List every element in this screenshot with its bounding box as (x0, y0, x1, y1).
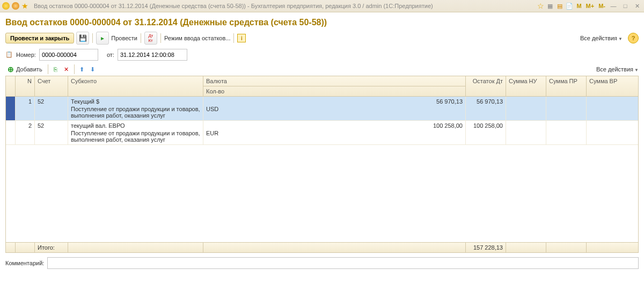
date-input[interactable] (118, 49, 187, 61)
post-icon-button[interactable]: ▸ (96, 32, 109, 45)
cell-n: 1 (16, 97, 35, 120)
help-button[interactable]: ? (628, 33, 639, 43)
cell-nu[interactable] (506, 97, 546, 120)
separator (92, 33, 93, 43)
col-subkonto[interactable]: Субконто (68, 76, 203, 96)
cell-pr[interactable] (546, 97, 587, 120)
col-qty[interactable]: Кол-во (203, 86, 466, 96)
cell-currency[interactable]: 100 258,00EUR (203, 121, 466, 144)
comment-input[interactable] (47, 257, 639, 269)
save-icon: 💾 (79, 34, 87, 42)
separator (141, 33, 141, 43)
col-sum-pr[interactable]: Сумма ПР (546, 76, 587, 96)
separator (233, 33, 234, 43)
col-sum-nu[interactable]: Сумма НУ (506, 76, 546, 96)
separator (160, 33, 161, 43)
plus-icon: ⊕ (8, 65, 14, 74)
col-account[interactable]: Счет (35, 76, 68, 96)
table-header: N Счет Субконто Валюта Кол-во Остаток Дт… (6, 76, 638, 97)
table-row[interactable]: 252текущий вал. ЕВРОПоступление от прода… (6, 121, 638, 145)
copy-button[interactable]: ⎘ (52, 65, 60, 74)
m-button[interactable]: M (575, 3, 582, 9)
comment-label: Комментарий: (5, 260, 44, 266)
post-icon: ▸ (101, 34, 104, 42)
page-title: Ввод остатков 0000-000004 от 31.12.2014 … (5, 18, 639, 27)
data-table: N Счет Субконто Валюта Кол-во Остаток Дт… (5, 76, 639, 253)
col-balance-dt[interactable]: Остаток Дт (466, 76, 506, 96)
all-actions-button[interactable]: Все действия▼ (580, 35, 623, 41)
row-handle[interactable] (6, 97, 16, 120)
col-sum-vr[interactable]: Сумма ВР (587, 76, 627, 96)
cell-pr[interactable] (546, 121, 587, 144)
number-label: Номер: (16, 52, 36, 58)
col-currency[interactable]: Валюта (203, 76, 466, 86)
cell-subkonto[interactable]: Текущий $Поступление от продажи продукци… (68, 97, 203, 120)
cell-subkonto[interactable]: текущий вал. ЕВРОПоступление от продажи … (68, 121, 203, 144)
move-down-button[interactable]: ⬇ (89, 65, 97, 74)
calendar-icon[interactable]: 📋 (5, 51, 13, 59)
row-handle[interactable] (6, 121, 16, 144)
star-icon[interactable]: ☆ (537, 2, 544, 10)
main-toolbar: Провести и закрыть 💾 ▸ Провести ДтКт Реж… (5, 32, 639, 45)
cell-currency[interactable]: 56 970,13USD (203, 97, 466, 120)
mminus-button[interactable]: M- (597, 3, 606, 9)
nav-back-icon[interactable] (12, 2, 19, 10)
window-title: Ввод остатков 0000-000004 от 31.12.2014 … (34, 3, 535, 9)
tool-icon-2[interactable]: ▤ (556, 2, 564, 10)
close-button[interactable]: ✕ (632, 2, 642, 10)
col-n[interactable]: N (16, 76, 35, 96)
cell-nu[interactable] (506, 121, 546, 144)
cell-n: 2 (16, 121, 35, 144)
number-input[interactable] (39, 49, 98, 61)
comment-row: Комментарий: (5, 257, 639, 269)
sub-all-actions-button[interactable]: Все действия▼ (596, 66, 639, 72)
favorite-icon[interactable]: ★ (21, 2, 28, 10)
cell-balance-dt[interactable]: 56 970,13 (466, 97, 506, 120)
footer-total-label: Итого: (35, 243, 68, 252)
cell-vr[interactable] (587, 97, 627, 120)
separator (48, 64, 48, 74)
mode-button[interactable]: Режим ввода остатков... (164, 35, 231, 41)
cell-account[interactable]: 52 (35, 97, 68, 120)
table-row[interactable]: 152Текущий $Поступление от продажи проду… (6, 97, 638, 121)
cell-vr[interactable] (587, 121, 627, 144)
sub-toolbar: ⊕Добавить ⎘ ✕ ⬆ ⬇ Все действия▼ (5, 64, 639, 75)
info-icon[interactable]: i (237, 34, 246, 42)
save-button[interactable]: 💾 (76, 32, 89, 45)
table-footer: Итого: 157 228,13 (6, 242, 638, 252)
tool-icon-3[interactable]: 📄 (566, 2, 573, 10)
footer-total-value: 157 228,13 (466, 243, 506, 252)
titlebar: ★ Ввод остатков 0000-000004 от 31.12.201… (0, 0, 644, 12)
from-label: от: (107, 52, 114, 58)
separator (74, 64, 75, 74)
mplus-button[interactable]: M+ (585, 3, 596, 9)
cell-balance-dt[interactable]: 100 258,00 (466, 121, 506, 144)
dtkt-button[interactable]: ДтКт (144, 32, 157, 45)
col-handle (6, 76, 16, 96)
move-up-button[interactable]: ⬆ (78, 65, 86, 74)
app-icon-1c (2, 2, 10, 10)
table-body: 152Текущий $Поступление от продажи проду… (6, 97, 638, 242)
maximize-button[interactable]: □ (620, 2, 630, 10)
post-and-close-button[interactable]: Провести и закрыть (5, 33, 74, 43)
delete-button[interactable]: ✕ (62, 65, 71, 74)
add-button[interactable]: ⊕Добавить (5, 64, 45, 75)
tool-icon-1[interactable]: ▦ (546, 2, 554, 10)
form-row: 📋 Номер: от: (5, 49, 639, 61)
minimize-button[interactable]: — (609, 2, 618, 10)
dtkt-icon: ДтКт (148, 33, 153, 43)
cell-account[interactable]: 52 (35, 121, 68, 144)
post-button[interactable]: Провести (111, 35, 137, 41)
